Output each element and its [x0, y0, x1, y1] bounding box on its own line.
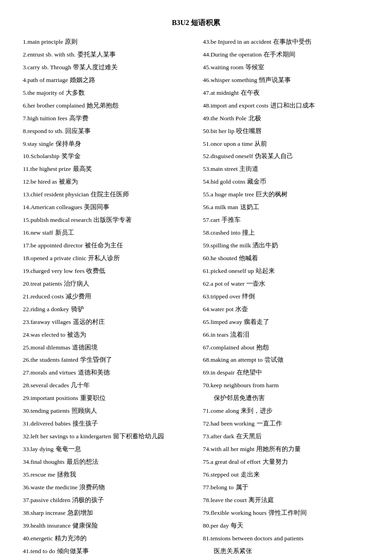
list-item: 10.Scholarship奖学金 — [23, 151, 189, 162]
list-item: 28.several decades几十年 — [23, 380, 189, 391]
item-num: 65. — [203, 318, 211, 325]
list-item: 50.bit her lip咬住嘴唇 — [203, 126, 369, 137]
item-en: high tuition fees — [27, 115, 67, 122]
item-num: 78. — [203, 497, 211, 503]
item-en: main street — [211, 165, 238, 172]
item-num: 4. — [23, 77, 27, 83]
list-item: 41.tend to do倾向做某事 — [23, 546, 189, 554]
item-cn: 奄奄一息 — [56, 446, 81, 452]
item-num: 21. — [23, 293, 31, 300]
item-num: 66. — [203, 331, 211, 338]
list-item: 6.her brother complained她兄弟抱怨 — [23, 101, 189, 111]
list-item: 18.opened a private clinic开私人诊所 — [23, 253, 189, 264]
item-cn: 从前 — [254, 140, 267, 147]
item-cn: 她兄弟抱怨 — [87, 102, 119, 109]
item-num: 52. — [203, 153, 211, 159]
item-en: respond to sth. — [27, 128, 63, 134]
item-en: was elected to — [31, 331, 65, 338]
item-num: 79. — [203, 509, 211, 516]
item-en: waste the medicine — [31, 484, 77, 491]
list-item: 63.tripped over绊倒 — [203, 292, 369, 302]
item-en: a pot of water — [211, 280, 245, 287]
item-en: stay single — [27, 140, 53, 147]
item-cn: 开私人诊所 — [88, 255, 120, 262]
item-num: 29. — [23, 395, 31, 401]
list-item-continued: 医患关系紧张 — [203, 546, 369, 554]
item-cn: 离开法庭 — [248, 497, 274, 503]
list-item: 7.high tuition fees高学费 — [23, 113, 189, 124]
item-en: he shouted — [211, 255, 237, 262]
item-en: morals and virtues — [31, 369, 76, 376]
list-item: 55.a huge maple tree巨大的枫树 — [203, 190, 369, 200]
item-num: 63. — [203, 293, 211, 300]
item-en: tensions between doctors and patients — [211, 535, 304, 542]
item-cn: 属于 — [236, 484, 248, 491]
list-item: 36.waste the medicine浪费药物 — [23, 482, 189, 493]
item-en: treat patients — [31, 280, 62, 287]
list-item: 30.tending patients照顾病人 — [23, 406, 189, 416]
item-num: 43. — [203, 38, 211, 45]
item-num: 62. — [203, 280, 211, 287]
item-cn: 主街道 — [239, 165, 258, 172]
item-num: 64. — [203, 306, 211, 313]
item-en: tending patients — [31, 407, 70, 414]
item-cn: 撞上 — [242, 229, 255, 236]
item-en: health insurance — [31, 522, 71, 529]
item-num: 49. — [203, 115, 211, 122]
list-item: 40.energetic精力充沛的 — [23, 533, 189, 544]
item-en: in tears — [211, 331, 228, 338]
item-en: limped away — [211, 318, 242, 325]
item-cn: 骑驴 — [71, 306, 84, 313]
item-cn: 在天黑后 — [236, 433, 262, 440]
item-cn: 医患关系紧张 — [214, 548, 252, 554]
item-en: important positions — [31, 395, 78, 401]
item-cn: 咬住嘴唇 — [236, 128, 262, 134]
list-item: 3.carry sb. Through带某人度过难关 — [23, 62, 189, 73]
item-num: 17. — [23, 242, 31, 249]
list-item: 45.waiting room等候室 — [203, 62, 369, 73]
item-num: 7. — [23, 115, 27, 122]
item-en: her brother complained — [27, 102, 85, 109]
list-item: 66.in tears流着泪 — [203, 330, 369, 340]
item-cn: 洒出牛奶 — [253, 242, 278, 249]
list-item: 56.a milk man送奶工 — [203, 202, 369, 213]
list-item: 19.charged very low fees收费低 — [23, 266, 189, 277]
item-en: chief resident physician — [31, 191, 89, 198]
list-item: 12.be hired as被雇为 — [23, 177, 189, 187]
list-item: 71.come along来到，进步 — [203, 406, 369, 416]
item-en: be Injured in an accident — [211, 38, 271, 45]
item-en: rescue me — [31, 471, 55, 478]
item-num: 56. — [203, 204, 211, 210]
item-num: 13. — [23, 191, 31, 198]
item-cn: 急剧增加 — [67, 509, 93, 516]
item-en: with all her might — [211, 446, 254, 452]
list-item: 21.reduced costs减少费用 — [23, 292, 189, 302]
list-item: 52.disguised oneself伪装某人自己 — [203, 151, 369, 162]
item-num: 77. — [203, 484, 211, 491]
item-num: 59. — [203, 242, 211, 249]
item-cn: 最后的想法 — [67, 458, 98, 465]
item-num: 37. — [23, 497, 31, 503]
item-cn: 绊倒 — [242, 293, 255, 300]
list-item: 43.be Injured in an accident在事故中受伤 — [203, 37, 369, 47]
list-item: 77.belong to属于 — [203, 482, 369, 493]
list-item: 14.American colleagues美国同事 — [23, 202, 189, 213]
item-cn: 保持单身 — [56, 140, 81, 147]
item-num: 14. — [23, 204, 31, 210]
item-en: per day — [211, 522, 229, 529]
item-num: 24. — [23, 331, 31, 338]
item-cn: 新员工 — [55, 229, 74, 236]
item-cn: 出版医学专著 — [93, 216, 132, 223]
item-cn: 接生孩子 — [72, 420, 98, 427]
item-num: 31. — [23, 420, 31, 427]
item-cn: 住院主任医师 — [91, 191, 129, 198]
item-cn: 照顾病人 — [72, 407, 97, 414]
list-item: 76.stepped out走出来 — [203, 470, 369, 480]
list-item: 75.a great deal of effort大量努力 — [203, 457, 369, 467]
item-num: 8. — [23, 128, 27, 134]
item-en: a milk man — [211, 204, 238, 210]
list-item: 54.hid gold coins藏金币 — [203, 177, 369, 187]
item-cn: 藏金币 — [247, 178, 266, 185]
item-en: energetic — [31, 535, 53, 542]
item-cn: 送奶工 — [240, 204, 259, 210]
